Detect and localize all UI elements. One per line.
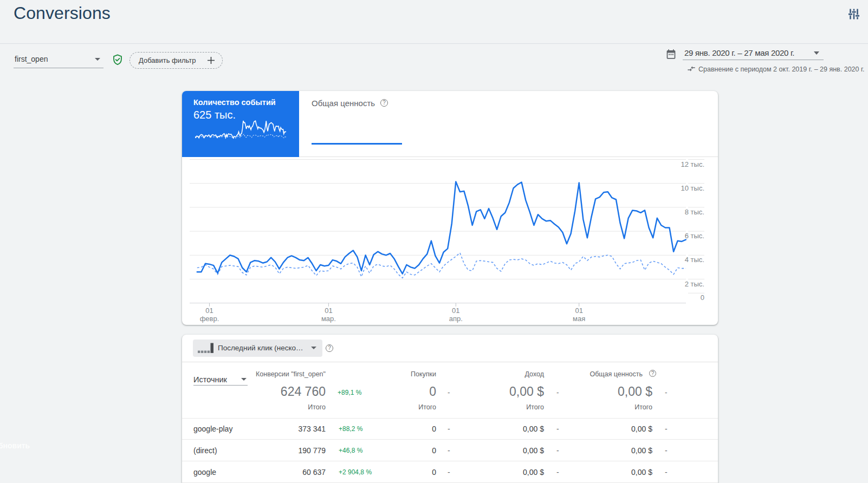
row-conversions: 60 637 <box>302 468 326 477</box>
chevron-down-icon <box>814 51 819 55</box>
totals-purchases: 0 <box>429 384 436 399</box>
x-axis-label-day: 01 <box>193 306 226 315</box>
event-select-value: first_open <box>15 55 48 63</box>
totals-value-delta: - <box>665 388 668 396</box>
tab-total-value[interactable]: Общая ценность ? <box>299 91 494 157</box>
tab-total-value-label: Общая ценность <box>312 99 375 108</box>
chevron-down-icon <box>95 58 100 61</box>
totals-purchases-delta: - <box>448 388 450 396</box>
row-purchases-delta: - <box>448 468 450 477</box>
x-axis-label-day: 01 <box>563 306 595 315</box>
x-axis-label-month: мая <box>563 315 595 323</box>
row-purchases: 0 <box>432 468 436 477</box>
row-conversions-delta: +88,2 % <box>339 425 362 433</box>
x-axis-label-day: 01 <box>312 306 345 315</box>
table-row[interactable]: google-play 373 341 +88,2 % 0 - 0,00 $ -… <box>182 418 718 440</box>
table-row[interactable]: (direct) 190 779 +46,8 % 0 - 0,00 $ - 0,… <box>182 440 718 461</box>
y-axis-label: 10 тыс. <box>681 184 704 192</box>
totals-conversions: 624 760 <box>281 384 326 399</box>
row-conversions-delta: +2 904,8 % <box>339 468 372 476</box>
calendar-icon <box>665 48 677 60</box>
column-header-purchases[interactable]: Покупки <box>411 370 436 378</box>
row-revenue-delta: - <box>556 468 559 477</box>
header-divider <box>0 43 868 44</box>
y-axis-label: 8 тыс. <box>685 208 704 216</box>
help-icon[interactable]: ? <box>380 99 388 107</box>
x-axis-label-day: 01 <box>439 306 472 315</box>
row-value: 0,00 $ <box>631 468 652 477</box>
y-axis-label: 6 тыс. <box>685 232 704 240</box>
date-range-value: 29 янв. 2020 г. – 27 мая 2020 г. <box>684 48 794 57</box>
row-source: google <box>193 468 216 477</box>
tab-total-value-sparkline <box>312 143 402 145</box>
totals-label: Итого <box>634 403 652 411</box>
row-purchases: 0 <box>432 446 436 455</box>
comparison-period-text: Сравнение с периодом 2 окт. 2019 г. – 29… <box>698 66 864 73</box>
attribution-model-icon <box>198 343 213 354</box>
compare-arrows-icon <box>687 64 696 73</box>
event-select[interactable]: first_open <box>14 51 103 68</box>
y-axis-label: 4 тыс. <box>685 256 704 264</box>
help-icon[interactable]: ? <box>649 370 656 377</box>
add-filter-button[interactable]: Добавить фильтр <box>129 52 223 69</box>
row-revenue-delta: - <box>556 446 559 455</box>
row-revenue-delta: - <box>556 425 559 433</box>
row-purchases: 0 <box>432 425 436 433</box>
plus-icon <box>207 56 215 64</box>
y-axis-label: 0 <box>701 293 704 302</box>
row-revenue: 0,00 $ <box>523 425 544 433</box>
x-axis-label-month: мар. <box>312 315 345 323</box>
row-value-delta: - <box>665 446 668 455</box>
tab-event-count-label: Количество событий <box>193 98 276 107</box>
sparkline <box>193 120 288 144</box>
tab-event-count-value: 625 тыс. <box>193 109 236 121</box>
verified-shield-icon <box>112 54 124 66</box>
row-conversions: 373 341 <box>298 425 326 433</box>
y-axis-label: 12 тыс. <box>681 160 704 168</box>
totals-label: Итого <box>526 403 544 411</box>
x-axis-label-month: февр. <box>193 315 226 323</box>
totals-revenue-delta: - <box>556 388 559 396</box>
row-revenue: 0,00 $ <box>523 446 544 455</box>
tune-icon <box>847 7 861 21</box>
row-source: google-play <box>193 425 232 433</box>
row-value: 0,00 $ <box>631 446 652 455</box>
dimension-select-value: Источник <box>193 375 227 384</box>
dimension-select[interactable]: Источник <box>193 375 248 386</box>
totals-revenue: 0,00 $ <box>509 384 544 399</box>
metric-tabstrip: Количество событий 625 тыс. Общая ценнос… <box>182 91 718 157</box>
attribution-model-select[interactable]: Последний клик (неско… <box>193 340 322 357</box>
chevron-down-icon <box>311 347 316 349</box>
row-value-delta: - <box>665 425 668 433</box>
x-axis-label-month: апр. <box>439 315 472 323</box>
row-purchases-delta: - <box>448 446 450 455</box>
row-source: (direct) <box>193 446 217 455</box>
attribution-table-card: Последний клик (неско… ? Источник Конвер… <box>182 335 718 483</box>
y-axis-label: 2 тыс. <box>685 280 704 288</box>
date-range-field[interactable]: 29 янв. 2020 г. – 27 мая 2020 г. <box>683 47 824 60</box>
customize-report-button[interactable] <box>847 7 861 21</box>
add-filter-label: Добавить фильтр <box>139 56 196 64</box>
totals-label: Итого <box>308 403 326 411</box>
chart-card: Количество событий 625 тыс. Общая ценнос… <box>182 91 718 325</box>
attribution-model-value: Последний клик (неско… <box>218 344 303 352</box>
table-row[interactable]: google 60 637 +2 904,8 % 0 - 0,00 $ - 0,… <box>182 461 718 483</box>
totals-label: Итого <box>418 403 436 411</box>
row-purchases-delta: - <box>448 425 450 433</box>
tab-event-count[interactable]: Количество событий 625 тыс. <box>182 91 299 157</box>
chevron-down-icon <box>241 378 247 381</box>
row-revenue: 0,00 $ <box>523 468 544 477</box>
row-value: 0,00 $ <box>631 425 652 433</box>
line-chart <box>182 157 718 325</box>
totals-value: 0,00 $ <box>618 384 652 399</box>
divider <box>182 362 718 362</box>
row-value-delta: - <box>665 468 668 477</box>
help-icon[interactable]: ? <box>326 344 333 352</box>
column-header-value[interactable]: Общая ценность <box>590 370 643 378</box>
page-title: Conversions <box>14 3 111 23</box>
row-conversions: 190 779 <box>298 446 326 455</box>
column-header-conversions[interactable]: Конверсии "first_open" <box>256 370 326 378</box>
row-conversions-delta: +46,8 % <box>339 447 362 454</box>
totals-conversions-delta: +89,1 % <box>338 389 361 396</box>
column-header-revenue[interactable]: Доход <box>525 370 545 378</box>
